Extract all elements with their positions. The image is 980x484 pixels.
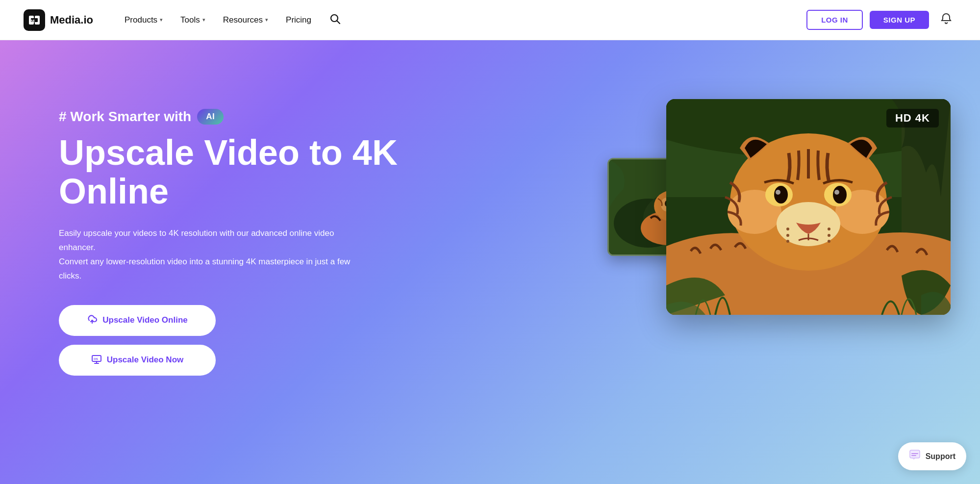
svg-point-30: [774, 186, 788, 204]
signup-button[interactable]: SIGN UP: [870, 11, 929, 29]
upload-cloud-icon: [87, 314, 98, 327]
nav-pricing[interactable]: Pricing: [278, 11, 319, 29]
svg-point-36: [786, 234, 789, 237]
tools-chevron-icon: ▾: [202, 17, 205, 23]
svg-point-32: [776, 190, 780, 195]
upscale-video-online-button[interactable]: Upscale Video Online: [59, 305, 216, 336]
hero-content: # Work Smarter with AI Upscale Video to …: [59, 79, 398, 376]
tiger-image-large: [666, 99, 951, 315]
resources-chevron-icon: ▾: [265, 17, 268, 23]
support-button[interactable]: Support: [898, 442, 966, 470]
hero-buttons: Upscale Video Online OS Upscale Video No…: [59, 305, 398, 376]
desktop-icon: OS: [91, 354, 102, 367]
tiger-svg-large: [666, 99, 951, 315]
svg-point-35: [786, 228, 789, 230]
logo[interactable]: M Media.io: [24, 9, 93, 31]
svg-rect-43: [911, 455, 916, 456]
svg-point-38: [828, 228, 830, 230]
svg-rect-42: [911, 453, 918, 454]
hero-image-area: HD 4K: [607, 79, 951, 433]
svg-text:OS: OS: [94, 357, 98, 360]
ai-badge: AI: [197, 109, 224, 125]
support-chat-icon: [909, 449, 921, 463]
hd4k-badge: HD 4K: [886, 109, 939, 127]
svg-text:M: M: [31, 19, 34, 24]
svg-point-31: [833, 186, 847, 204]
svg-point-40: [828, 240, 830, 243]
notification-bell-icon[interactable]: [936, 10, 956, 30]
hero-title: Upscale Video to 4K Online: [59, 133, 398, 211]
nav-tools[interactable]: Tools ▾: [173, 11, 213, 29]
upscale-video-now-button[interactable]: OS Upscale Video Now: [59, 345, 216, 376]
nav-links: Products ▾ Tools ▾ Resources ▾ Pricing: [117, 9, 806, 31]
navbar: M Media.io Products ▾ Tools ▾ Resources …: [0, 0, 980, 40]
login-button[interactable]: LOG IN: [806, 10, 863, 30]
hero-subtitle-text: # Work Smarter with: [59, 109, 191, 125]
svg-point-39: [828, 234, 830, 237]
hero-subtitle-wrap: # Work Smarter with AI: [59, 109, 398, 125]
hero-description: Easily upscale your videos to 4K resolut…: [59, 227, 373, 283]
logo-icon: M: [24, 9, 45, 31]
svg-line-5: [337, 21, 340, 24]
logo-text: Media.io: [50, 14, 93, 26]
nav-products[interactable]: Products ▾: [117, 11, 171, 29]
svg-point-37: [786, 240, 789, 243]
search-icon[interactable]: [321, 9, 349, 31]
nav-right: LOG IN SIGN UP: [806, 10, 956, 30]
tiger-card-large: HD 4K: [666, 99, 951, 315]
svg-point-33: [834, 190, 839, 195]
nav-resources[interactable]: Resources ▾: [215, 11, 276, 29]
hero-section: # Work Smarter with AI Upscale Video to …: [0, 40, 980, 484]
products-chevron-icon: ▾: [160, 17, 163, 23]
